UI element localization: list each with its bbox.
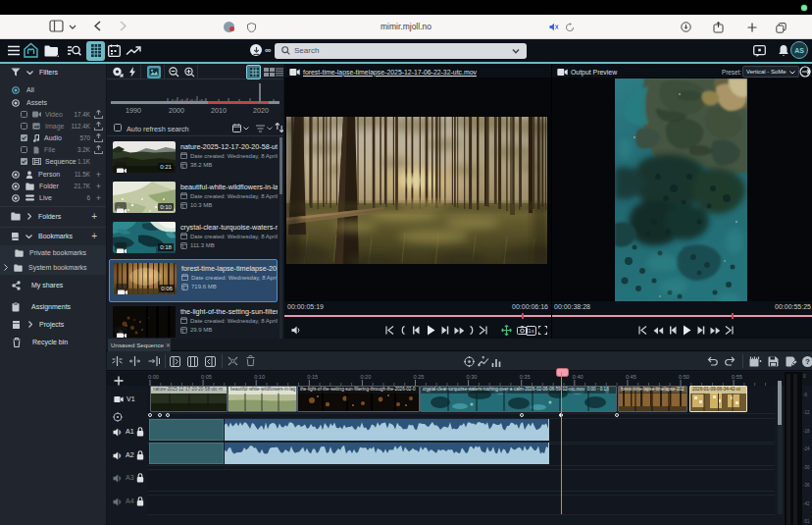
svg-text:0:20: 0:20: [360, 374, 371, 380]
svg-text:0:30: 0:30: [467, 374, 478, 380]
svg-text:0:25: 0:25: [414, 374, 425, 380]
svg-text:0:15: 0:15: [307, 374, 318, 380]
svg-text:0:50: 0:50: [679, 374, 689, 380]
svg-text:0:45: 0:45: [626, 374, 636, 380]
svg-text:0:40: 0:40: [573, 374, 584, 380]
svg-text:0:10: 0:10: [254, 374, 265, 380]
svg-text:0:55: 0:55: [732, 374, 742, 380]
svg-text:0:35: 0:35: [520, 374, 531, 380]
svg-text:0:05: 0:05: [201, 374, 212, 380]
svg-text:0:00: 0:00: [148, 374, 159, 380]
